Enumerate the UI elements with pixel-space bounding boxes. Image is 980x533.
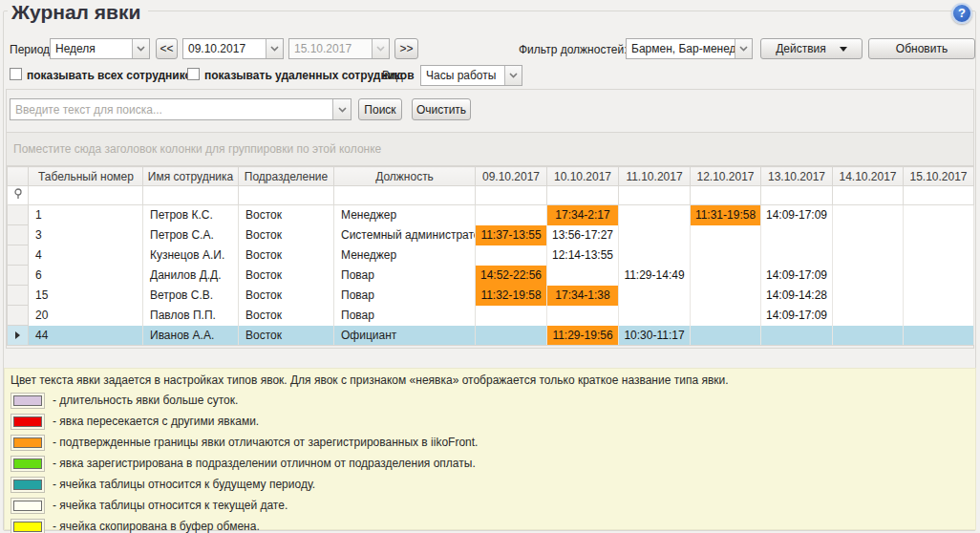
- row-indicator[interactable]: [8, 306, 29, 326]
- attendance-cell[interactable]: [833, 326, 904, 346]
- row-indicator[interactable]: [8, 286, 29, 306]
- column-header-date[interactable]: 11.10.2017: [619, 167, 691, 186]
- employee-name-cell[interactable]: Петров С.А.: [143, 225, 239, 245]
- filter-cell[interactable]: [904, 186, 974, 205]
- attendance-cell[interactable]: [904, 306, 974, 326]
- row-indicator[interactable]: [8, 225, 29, 245]
- attendance-cell[interactable]: 14:09-17:09: [761, 205, 833, 225]
- attendance-cell[interactable]: 17:34-1:38: [547, 286, 619, 306]
- attendance-cell[interactable]: [691, 225, 761, 245]
- attendance-cell[interactable]: [691, 306, 761, 326]
- attendance-cell[interactable]: [691, 245, 761, 266]
- employee-position-cell[interactable]: Менеджер: [334, 245, 476, 266]
- date-from-select[interactable]: 09.10.2017: [182, 38, 284, 59]
- attendance-cell[interactable]: 11:29-19:56: [547, 326, 619, 346]
- row-indicator[interactable]: [8, 245, 29, 266]
- attendance-cell[interactable]: [691, 326, 761, 346]
- attendance-cell[interactable]: 10:30-11:17: [619, 326, 691, 346]
- employee-position-cell[interactable]: Системный администратор: [334, 225, 476, 245]
- attendance-cell[interactable]: 14:09-17:09: [761, 306, 833, 326]
- attendance-cell[interactable]: [833, 306, 904, 326]
- attendance-cell[interactable]: 11:29-14:49: [619, 266, 691, 286]
- show-deleted-checkbox[interactable]: [187, 68, 200, 80]
- attendance-cell[interactable]: 11:31-19:58: [691, 205, 761, 225]
- employee-position-cell[interactable]: Официант: [334, 326, 476, 346]
- employee-name-cell[interactable]: Павлов П.П.: [143, 306, 239, 326]
- attendance-cell[interactable]: [904, 326, 974, 346]
- attendance-cell[interactable]: [833, 225, 904, 245]
- attendance-cell[interactable]: [547, 266, 619, 286]
- column-header-date[interactable]: 15.10.2017: [904, 167, 974, 186]
- attendance-cell[interactable]: [761, 326, 833, 346]
- show-all-checkbox[interactable]: [10, 68, 22, 80]
- attendance-cell[interactable]: [619, 286, 691, 306]
- attendance-cell[interactable]: [619, 225, 691, 245]
- employee-position-cell[interactable]: Повар: [334, 306, 476, 326]
- employee-department-cell[interactable]: Восток: [239, 266, 334, 286]
- attendance-cell[interactable]: 11:37-13:55: [476, 225, 547, 245]
- help-icon[interactable]: ?: [951, 3, 972, 24]
- attendance-cell[interactable]: [691, 266, 761, 286]
- chevron-down-icon[interactable]: [332, 99, 351, 119]
- employee-name-cell[interactable]: Ветров С.В.: [143, 286, 239, 306]
- attendance-cell[interactable]: [691, 286, 761, 306]
- employee-number-cell[interactable]: 4: [29, 245, 143, 266]
- attendance-cell[interactable]: [904, 225, 974, 245]
- column-header-date[interactable]: 14.10.2017: [833, 167, 904, 186]
- row-indicator[interactable]: [8, 205, 29, 225]
- attendance-cell[interactable]: [761, 225, 833, 245]
- search-input[interactable]: [11, 99, 332, 119]
- employee-name-cell[interactable]: Иванов А.А.: [143, 326, 239, 346]
- position-filter-select[interactable]: Бармен, Бар-менед...: [626, 38, 753, 59]
- filter-cell[interactable]: [239, 186, 334, 205]
- column-header-date[interactable]: 10.10.2017: [547, 167, 619, 186]
- column-header-number[interactable]: Табельный номер: [29, 167, 143, 186]
- next-period-button[interactable]: >>: [394, 38, 418, 59]
- column-header-date[interactable]: 13.10.2017: [761, 167, 833, 186]
- column-header-date[interactable]: 12.10.2017: [691, 167, 761, 186]
- row-indicator[interactable]: [8, 266, 29, 286]
- employee-number-cell[interactable]: 3: [29, 225, 143, 245]
- attendance-cell[interactable]: [833, 245, 904, 266]
- attendance-cell[interactable]: [833, 266, 904, 286]
- prev-period-button[interactable]: <<: [156, 38, 178, 59]
- employee-number-cell[interactable]: 15: [29, 286, 143, 306]
- attendance-cell[interactable]: [476, 245, 547, 266]
- employee-department-cell[interactable]: Восток: [239, 306, 334, 326]
- employee-position-cell[interactable]: Повар: [334, 286, 476, 306]
- attendance-cell[interactable]: 17:34-2:17: [547, 205, 619, 225]
- filter-cell[interactable]: [547, 186, 619, 205]
- attendance-cell[interactable]: 11:32-19:58: [476, 286, 547, 306]
- employee-name-cell[interactable]: Петров К.С.: [143, 205, 239, 225]
- attendance-cell[interactable]: [619, 205, 691, 225]
- attendance-cell[interactable]: [904, 205, 974, 225]
- row-indicator[interactable]: [8, 326, 29, 346]
- attendance-cell[interactable]: [476, 306, 547, 326]
- filter-cell[interactable]: [691, 186, 761, 205]
- attendance-cell[interactable]: [476, 326, 547, 346]
- attendance-cell[interactable]: [761, 245, 833, 266]
- filter-cell[interactable]: [334, 186, 476, 205]
- employee-department-cell[interactable]: Восток: [239, 205, 334, 225]
- attendance-cell[interactable]: 12:14-13:55: [547, 245, 619, 266]
- attendance-cell[interactable]: [833, 205, 904, 225]
- attendance-cell[interactable]: [904, 266, 974, 286]
- employee-department-cell[interactable]: Восток: [239, 245, 334, 266]
- employee-department-cell[interactable]: Восток: [239, 326, 334, 346]
- chevron-down-icon[interactable]: [504, 66, 522, 85]
- column-header-date[interactable]: 09.10.2017: [476, 167, 547, 186]
- chevron-down-icon[interactable]: [266, 39, 283, 58]
- employee-department-cell[interactable]: Восток: [239, 286, 334, 306]
- filter-cell[interactable]: [761, 186, 833, 205]
- group-by-bar[interactable]: Поместите сюда заголовок колонки для гру…: [6, 132, 974, 166]
- employee-number-cell[interactable]: 1: [29, 205, 143, 225]
- column-header-department[interactable]: Подразделение: [239, 167, 334, 186]
- attendance-cell[interactable]: [619, 245, 691, 266]
- employee-number-cell[interactable]: 44: [29, 326, 143, 346]
- column-header-position[interactable]: Должность: [334, 167, 476, 186]
- attendance-cell[interactable]: [904, 245, 974, 266]
- employee-department-cell[interactable]: Восток: [239, 225, 334, 245]
- filter-cell[interactable]: [143, 186, 239, 205]
- employee-position-cell[interactable]: Повар: [334, 266, 476, 286]
- chevron-down-icon[interactable]: [132, 39, 149, 58]
